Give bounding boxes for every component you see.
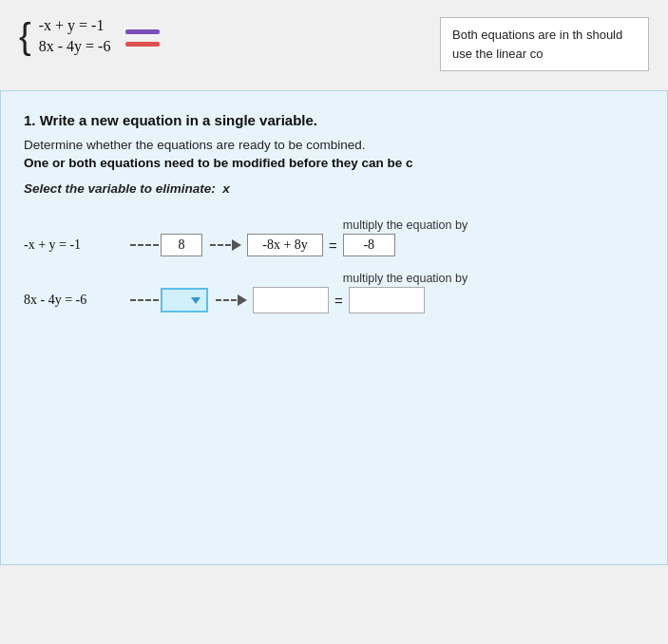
multiply-label-1: multiply the equation by (166, 218, 644, 232)
red-bar (125, 42, 160, 47)
equation-1: -x + y = -1 (39, 17, 111, 34)
info-box-text: Both equations are in th should use the … (452, 28, 622, 61)
result-expr-1: -8x + 8y (247, 234, 323, 256)
result-val-1: -8 (343, 234, 395, 256)
brace-equations: { -x + y = -1 8x - 4y = -6 (19, 17, 110, 55)
arrow-dashed-1 (210, 244, 231, 246)
dropdown-value (168, 293, 172, 308)
arrow-2 (214, 294, 247, 306)
top-section: { -x + y = -1 8x - 4y = -6 Both equation… (0, 0, 668, 81)
multiply-label-2: multiply the equation by (166, 272, 644, 285)
color-bars (125, 29, 160, 47)
eq-label-2: 8x - 4y = -6 (24, 293, 128, 308)
step-desc-2: One or both equations need to be modifie… (24, 156, 644, 170)
equation-row-2: 8x - 4y = -6 = (24, 287, 644, 313)
result-val-2 (349, 287, 425, 313)
dropdown-arrow-icon (191, 297, 200, 304)
equations-list: -x + y = -1 8x - 4y = -6 (39, 17, 111, 55)
step-number: 1. (24, 112, 36, 128)
brace-symbol: { (19, 18, 31, 54)
select-var-value: x (222, 181, 230, 196)
info-box: Both equations are in th should use the … (440, 17, 649, 71)
equation-row-1: -x + y = -1 8 -8x + 8y = -8 (24, 234, 644, 256)
equals-2: = (334, 293, 343, 309)
arrow-dashed-2 (216, 299, 237, 301)
arrow-head-1 (232, 239, 241, 251)
equation-row-2-group: multiply the equation by 8x - 4y = -6 = (24, 272, 644, 319)
arrow-head-2 (238, 294, 247, 306)
dashed-left-2 (130, 299, 159, 301)
multiplier-dropdown-2[interactable] (161, 288, 208, 313)
arrow-1 (208, 239, 241, 251)
eq-label-1: -x + y = -1 (24, 237, 128, 253)
select-var-line: Select the variable to eliminate: x (24, 181, 644, 196)
equations-block: { -x + y = -1 8x - 4y = -6 (19, 17, 160, 55)
purple-bar (125, 29, 160, 34)
result-expr-2 (253, 287, 329, 313)
equals-1: = (329, 237, 337, 254)
dashed-left-1 (130, 244, 159, 246)
step-title-text: Write a new equation in a single variabl… (40, 112, 317, 128)
main-card: 1. Write a new equation in a single vari… (0, 90, 668, 565)
step-title: 1. Write a new equation in a single vari… (24, 112, 644, 128)
multiplier-box-1[interactable]: 8 (161, 234, 202, 256)
equation-2: 8x - 4y = -6 (39, 38, 111, 55)
equation-row-1-group: multiply the equation by -x + y = -1 8 -… (24, 218, 644, 262)
step-desc-1: Determine whether the equations are read… (24, 138, 644, 152)
select-var-label: Select the variable to eliminate: (24, 181, 216, 196)
